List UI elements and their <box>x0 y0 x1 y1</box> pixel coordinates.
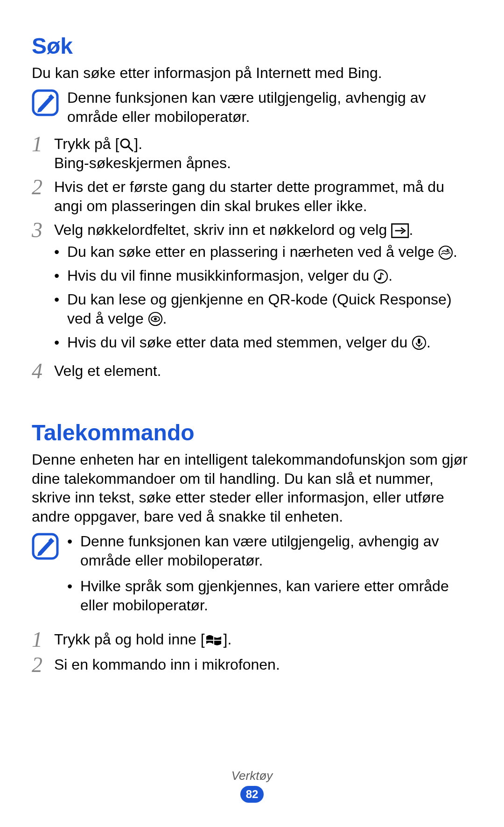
list-item: Denne funksjonen kan være utilgjengelig,… <box>67 532 472 570</box>
talekommando-note-text: Denne funksjonen kan være utilgjengelig,… <box>67 532 472 622</box>
microphone-icon <box>412 335 427 350</box>
step-number: 2 <box>32 654 54 676</box>
step-text-line2: Bing-søkeskjermen åpnes. <box>54 154 472 173</box>
bullet-text-part: . <box>388 267 392 284</box>
step-number: 1 <box>32 629 54 650</box>
page-number-badge: 82 <box>240 786 264 803</box>
step-number: 2 <box>32 177 54 198</box>
footer-section-name: Verktøy <box>0 769 504 783</box>
bullet-text-part: Hvis du vil søke etter data med stemmen,… <box>67 334 412 351</box>
talekommando-note-row: Denne funksjonen kan være utilgjengelig,… <box>32 532 472 622</box>
step-number: 3 <box>32 219 54 241</box>
talekommando-intro: Denne enheten har en intelligent talekom… <box>32 450 472 527</box>
heading-sok: Søk <box>32 33 472 60</box>
page-footer: Verktøy 82 <box>0 769 504 803</box>
sok-step3-bullets: Du kan søke etter en plassering i nærhet… <box>54 242 472 352</box>
svg-line-3 <box>128 147 133 151</box>
step-text-part: ]. <box>224 631 232 648</box>
note-icon <box>32 533 59 560</box>
step-body: Si en kommando inn i mikrofonen. <box>54 655 472 674</box>
bullet-text-part: . <box>163 310 167 327</box>
step-number: 4 <box>32 360 54 382</box>
step-body: Velg nøkkelordfeltet, skriv inn et nøkke… <box>54 220 472 357</box>
windows-key-icon <box>205 633 224 648</box>
bullet-text-part: . <box>427 334 431 351</box>
step-number: 1 <box>32 134 54 155</box>
svg-point-7 <box>447 248 448 250</box>
step-text-part: ]. <box>134 135 142 152</box>
bullet-text-part: . <box>453 243 457 260</box>
sok-step-2: 2 Hvis det er første gang du starter det… <box>32 177 472 216</box>
bullet-text-part: Hvis du vil finne musikkinformasjon, vel… <box>67 267 373 284</box>
step-text-part: Trykk på og hold inne [ <box>54 631 205 648</box>
go-arrow-icon <box>391 223 409 238</box>
sok-note-row: Denne funksjonen kan være utilgjengelig,… <box>32 88 472 127</box>
note-icon <box>32 89 59 116</box>
step-text-part: . <box>409 221 413 238</box>
step-body: Hvis det er første gang du starter dette… <box>54 177 472 216</box>
sok-step-3: 3 Velg nøkkelordfeltet, skriv inn et nøk… <box>32 220 472 357</box>
talekommando-step-1: 1 Trykk på og hold inne []. <box>32 630 472 650</box>
list-item: Hvis du vil finne musikkinformasjon, vel… <box>54 266 472 285</box>
search-key-icon <box>119 137 134 152</box>
step-text-part: Trykk på [ <box>54 135 119 152</box>
list-item: Hvilke språk som gjenkjennes, kan varier… <box>67 577 472 615</box>
bullet-text-part: Du kan søke etter en plassering i nærhet… <box>67 243 438 260</box>
step-body: Trykk på []. Bing-søkeskjermen åpnes. <box>54 134 472 173</box>
sok-note-text: Denne funksjonen kan være utilgjengelig,… <box>67 88 472 127</box>
sok-intro: Du kan søke etter informasjon på Interne… <box>32 64 472 83</box>
sok-step-4: 4 Velg et element. <box>32 361 472 382</box>
sok-step-1: 1 Trykk på []. Bing-søkeskjermen åpnes. <box>32 134 472 173</box>
qr-eye-icon <box>148 311 163 326</box>
list-item: Du kan lese og gjenkjenne en QR-kode (Qu… <box>54 290 472 328</box>
manual-page: Søk Du kan søke etter informasjon på Int… <box>0 0 504 827</box>
list-item: Du kan søke etter en plassering i nærhet… <box>54 242 472 262</box>
svg-point-12 <box>154 318 157 320</box>
location-nearby-icon <box>438 245 453 260</box>
svg-rect-14 <box>418 339 420 344</box>
heading-talekommando: Talekommando <box>32 419 472 446</box>
list-item: Hvis du vil søke etter data med stemmen,… <box>54 333 472 352</box>
step-body: Velg et element. <box>54 361 472 381</box>
step-text-part: Velg nøkkelordfeltet, skriv inn et nøkke… <box>54 221 391 238</box>
step-body: Trykk på og hold inne []. <box>54 630 472 649</box>
talekommando-step-2: 2 Si en kommando inn i mikrofonen. <box>32 655 472 676</box>
music-note-icon <box>373 269 388 284</box>
bullet-text-part: Du kan lese og gjenkjenne en QR-kode (Qu… <box>67 291 452 327</box>
